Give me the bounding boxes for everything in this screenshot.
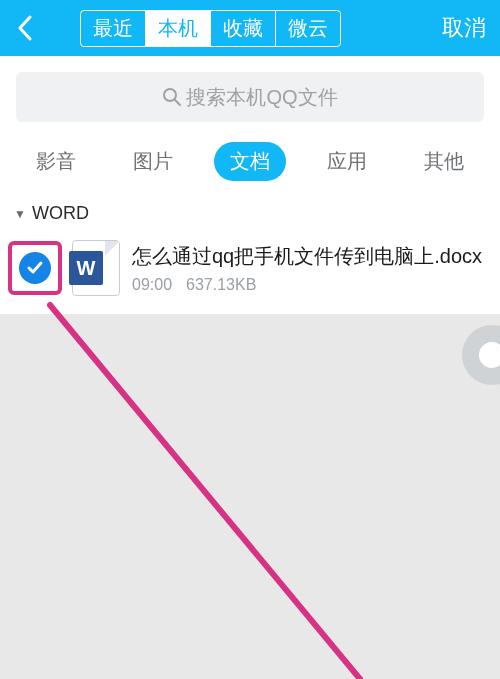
svg-line-1 [175, 100, 180, 105]
annotation-highlight-box [8, 241, 62, 295]
search-wrap: 搜索本机QQ文件 [0, 56, 500, 132]
search-icon [162, 87, 182, 107]
file-checkbox[interactable] [19, 252, 51, 284]
header-bar: 最近 本机 收藏 微云 取消 [0, 0, 500, 56]
tab-favorites[interactable]: 收藏 [211, 11, 276, 46]
cat-documents[interactable]: 文档 [214, 142, 286, 181]
circle-icon [479, 342, 500, 368]
cat-media[interactable]: 影音 [20, 142, 92, 181]
cat-other[interactable]: 其他 [408, 142, 480, 181]
svg-point-0 [164, 89, 176, 101]
file-time: 09:00 [132, 276, 172, 294]
cat-images[interactable]: 图片 [117, 142, 189, 181]
triangle-down-icon: ▼ [14, 207, 26, 221]
section-header[interactable]: ▼ WORD [0, 197, 500, 230]
word-file-icon: W [72, 240, 120, 296]
tab-weiyun[interactable]: 微云 [276, 11, 340, 46]
search-input[interactable]: 搜索本机QQ文件 [16, 72, 484, 122]
floating-action-button[interactable] [462, 325, 500, 385]
check-icon [26, 259, 44, 277]
file-name: 怎么通过qq把手机文件传到电脑上.docx [132, 243, 492, 270]
screen: 最近 本机 收藏 微云 取消 搜索本机QQ文件 影音 图片 文档 应用 其他 ▼… [0, 0, 500, 679]
scope-segmented-control: 最近 本机 收藏 微云 [80, 10, 341, 47]
file-size: 637.13KB [186, 276, 256, 294]
section-title: WORD [32, 203, 89, 224]
tab-recent[interactable]: 最近 [81, 11, 146, 46]
tab-local[interactable]: 本机 [146, 11, 211, 46]
chevron-left-icon [16, 15, 34, 41]
category-tabs: 影音 图片 文档 应用 其他 [0, 132, 500, 197]
cat-apps[interactable]: 应用 [311, 142, 383, 181]
search-placeholder: 搜索本机QQ文件 [186, 84, 337, 111]
content-area: 搜索本机QQ文件 影音 图片 文档 应用 其他 ▼ WORD W [0, 56, 500, 314]
file-row[interactable]: W 怎么通过qq把手机文件传到电脑上.docx 09:00 637.13KB [0, 230, 500, 314]
cancel-button[interactable]: 取消 [442, 13, 490, 43]
back-button[interactable] [10, 13, 40, 43]
svg-line-2 [50, 305, 360, 679]
file-meta: 怎么通过qq把手机文件传到电脑上.docx 09:00 637.13KB [126, 243, 492, 294]
